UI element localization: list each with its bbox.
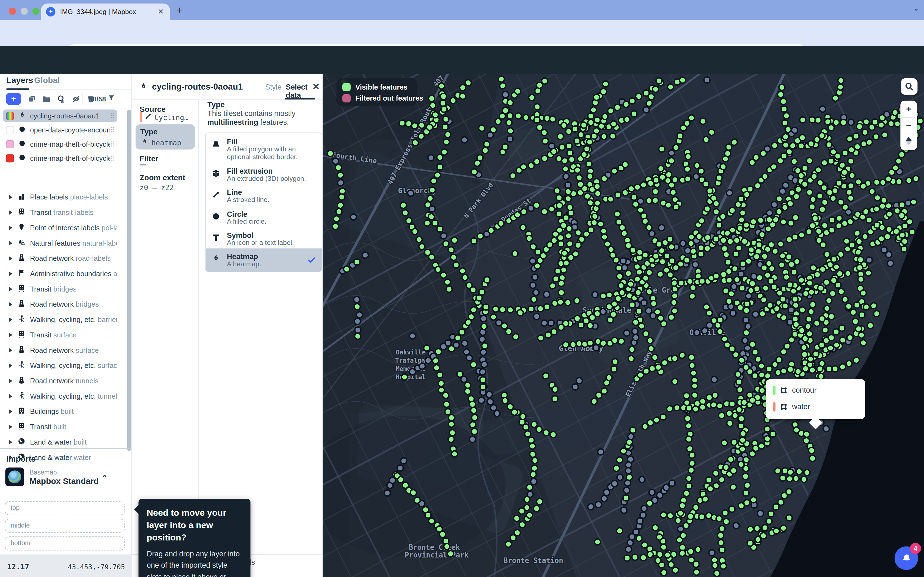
group-type-icon [18, 361, 25, 369]
popup-label: contour [792, 386, 816, 395]
layer-group-tunnels[interactable]: Road network tunnels [3, 374, 118, 387]
layer-group-surface[interactable]: Walking, cycling, etc. surface [3, 359, 118, 371]
tab-layers[interactable]: Layers [6, 75, 33, 85]
type-option-Fill extrusion[interactable]: Fill extrusionAn extruded (3D) polygon. [206, 167, 322, 187]
expand-caret-icon[interactable] [9, 440, 12, 444]
layer-group-built[interactable]: Land & water built [3, 436, 118, 448]
layer-row-open-data-coyote-encounters-4...[interactable]: open-data-coyote-encounters-4... [3, 124, 118, 136]
legend-swatch [342, 94, 351, 103]
tab-close-icon[interactable]: ✕ [157, 8, 165, 16]
close-window-button[interactable] [9, 8, 16, 15]
filter-funnel-icon[interactable] [108, 94, 115, 102]
expand-caret-icon[interactable] [9, 363, 12, 367]
group-type-icon [18, 284, 25, 292]
popup-color-bar [773, 386, 775, 395]
slot-middle[interactable]: middle [5, 519, 125, 533]
popup-item-water[interactable]: water [773, 402, 810, 412]
sidebar-scrollbar[interactable] [127, 110, 131, 451]
compass-bearing-button[interactable] [906, 137, 912, 145]
layer-group-road-labels[interactable]: Road network road-labels [3, 252, 118, 264]
tab-title: IMG_3344.jpeg | Mapbox [60, 8, 157, 15]
layer-group-barriers-bridges[interactable]: Walking, cycling, etc. barriers-bridges [3, 313, 118, 326]
source-name[interactable]: Cycling… [154, 114, 188, 122]
drag-handle-icon [110, 126, 116, 133]
map-canvas[interactable]: 407407 Express Toll RouteFourth LineGlen… [323, 74, 924, 577]
slot-top[interactable]: top [5, 501, 125, 515]
new-tab-button[interactable]: + [177, 5, 183, 16]
group-type-icon [18, 407, 25, 414]
expand-caret-icon[interactable] [9, 394, 12, 398]
layer-group-admin[interactable]: Administrative boundaries admin [3, 268, 118, 280]
expand-caret-icon[interactable] [9, 302, 12, 306]
layer-group-place-labels[interactable]: Place labels place-labels [3, 191, 118, 203]
tab-style[interactable]: Style [265, 83, 282, 91]
layer-row-cycling-routes-0aoau1[interactable]: cycling-routes-0aoau1 [3, 110, 118, 122]
expand-caret-icon[interactable] [9, 378, 12, 383]
expand-caret-icon[interactable] [9, 256, 12, 261]
type-option-Fill[interactable]: FillA filled polygon with an optional st… [206, 138, 322, 166]
expand-caret-icon[interactable] [9, 240, 12, 245]
option-cube-icon [212, 169, 220, 178]
line-source-icon [144, 112, 152, 120]
layers-sidebar: Layers Global + 58/58 cycling-routes-0ao… [0, 74, 132, 555]
layer-filter-count[interactable]: 58/58 [89, 94, 115, 103]
legend-label: Filtered out features [355, 94, 423, 103]
basemap-name[interactable]: Mapbox Standard [29, 476, 99, 486]
browser-tab[interactable]: ✦ IMG_3344.jpeg | Mapbox ✕ [41, 3, 170, 20]
zoom-in-button[interactable]: + [900, 101, 917, 117]
globe-thumbnail-icon [8, 471, 21, 483]
expand-caret-icon[interactable] [9, 317, 12, 322]
expand-caret-icon[interactable] [9, 332, 12, 337]
type-option-Line[interactable]: LineA stroked line. [206, 189, 322, 208]
type-option-Heatmap[interactable]: HeatmapA heatmap. [206, 248, 322, 272]
expand-caret-icon[interactable] [9, 424, 12, 429]
map-render: 407407 Express Toll RouteFourth LineGlen… [323, 74, 924, 577]
hide-layer-icon[interactable] [72, 95, 80, 103]
expand-caret-icon[interactable] [9, 287, 12, 291]
select-layer-icon[interactable] [57, 95, 65, 103]
expand-caret-icon[interactable] [9, 225, 12, 230]
basemap-thumbnail[interactable] [5, 467, 24, 486]
minimize-window-button[interactable] [21, 8, 28, 15]
type-option-Circle[interactable]: CircleA filled circle. [206, 210, 322, 230]
expand-caret-icon[interactable] [9, 409, 12, 414]
expand-caret-icon[interactable] [9, 195, 12, 199]
close-panel-icon[interactable]: ✕ [312, 81, 320, 92]
popup-item-contour[interactable]: contour [773, 386, 816, 395]
duplicate-layer-icon[interactable] [28, 95, 36, 103]
layer-group-built[interactable]: Buildings built [3, 405, 118, 417]
layer-group-tunnels[interactable]: Walking, cycling, etc. tunnels [3, 390, 118, 402]
tab-list-chevron-icon[interactable]: ⌄ [913, 3, 919, 12]
layer-row-crime-map-theft-of-bicycle-ty-8q...[interactable]: crime-map-theft-of-bicycle-ty-8q... [3, 153, 118, 165]
add-layer-button[interactable]: + [6, 93, 21, 105]
layer-row-crime-map-theft-of-bicycle-mo-c...[interactable]: crime-map-theft-of-bicycle-mo-c... [3, 138, 118, 151]
collapse-chevron-icon[interactable]: ⌃ [102, 474, 108, 482]
filter-label: Filter [140, 154, 158, 163]
layer-group-bridges[interactable]: Road network bridges [3, 298, 118, 310]
layer-group-surface[interactable]: Transit surface [3, 329, 118, 341]
clipped-text-fragment: ls [250, 558, 255, 566]
expand-caret-icon[interactable] [9, 348, 12, 352]
layer-group-built[interactable]: Transit built [3, 421, 118, 433]
tab-global[interactable]: Global [34, 75, 60, 85]
layer-swatch [6, 140, 14, 148]
zoom-out-button[interactable]: − [900, 117, 917, 134]
expand-caret-icon[interactable] [9, 210, 12, 214]
window-controls[interactable] [9, 6, 44, 17]
map-search-button[interactable] [901, 78, 918, 95]
layer-group-bridges[interactable]: Transit bridges [3, 283, 118, 295]
layer-group-poi-labels[interactable]: Point of interest labels poi-labels [3, 221, 118, 234]
layer-group-natural-labels[interactable]: Natural features natural-labels [3, 237, 118, 249]
expand-caret-icon[interactable] [9, 271, 12, 276]
drag-handle-icon [110, 141, 116, 147]
source-label: Source [140, 105, 166, 113]
layer-group-transit-labels[interactable]: Transit transit-labels [3, 206, 118, 218]
group-type-icon [18, 223, 25, 230]
group-layers-icon[interactable] [42, 95, 51, 103]
zoom-extent-value: z0 — z22 [140, 184, 174, 192]
map-zoom-controls: + − [900, 101, 917, 150]
layer-group-surface[interactable]: Road network surface [3, 344, 118, 356]
maximize-window-button[interactable] [32, 8, 40, 15]
type-selected-block[interactable]: Type heatmap [136, 124, 195, 150]
slot-bottom[interactable]: bottom [5, 536, 125, 550]
